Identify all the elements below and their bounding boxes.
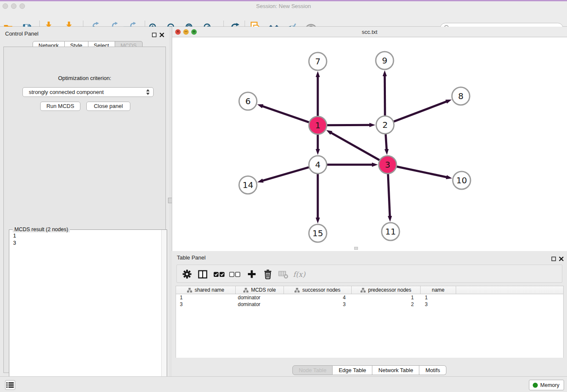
node-table: shared name MCDS role successor nodes pr… <box>176 286 564 358</box>
column-label: shared name <box>195 287 224 293</box>
memory-label: Memory <box>540 382 559 388</box>
control-panel: Control Panel Network Style Select MCDS … <box>0 27 169 376</box>
cell-predecessor-nodes[interactable]: 2 <box>352 301 421 308</box>
column-pane-icon[interactable] <box>198 268 208 280</box>
column-header-predecessor-nodes[interactable]: predecessor nodes <box>352 286 421 294</box>
fx-label: f(x) <box>293 270 305 279</box>
cell-shared-name[interactable]: 1 <box>176 294 236 301</box>
delete-row-trash-icon[interactable] <box>264 268 272 280</box>
graph-node-label-9: 9 <box>382 55 388 66</box>
table-row: 3 dominator 3 2 3 <box>176 301 563 308</box>
table-toolbar: f(x) <box>176 265 562 283</box>
table-panel: Table Panel <box>172 252 567 376</box>
application-window: Session: New Session <box>0 0 567 392</box>
graph-edge-1-2[interactable] <box>327 125 370 125</box>
column-header-mcds-role[interactable]: MCDS role <box>236 286 284 294</box>
mcds-result-values: 1 3 <box>13 232 16 247</box>
cell-successor-nodes[interactable]: 3 <box>284 301 352 308</box>
mcds-result-title: MCDS result (2 nodes) <box>13 226 70 232</box>
canvas-splitter-grip[interactable] <box>354 247 358 250</box>
list-icon <box>6 382 14 388</box>
column-label: MCDS role <box>251 287 276 293</box>
network-view-window: ✕ − + scc.txt 7968124314101511 <box>172 27 567 251</box>
graph-edge-4-14[interactable] <box>262 167 309 181</box>
graph-edge-3-11[interactable] <box>388 174 390 217</box>
table-settings-gear-icon[interactable] <box>182 268 193 280</box>
column-header-name[interactable]: name <box>421 286 456 294</box>
main-titlebar: Session: New Session <box>0 1 567 10</box>
graph-node-label-11: 11 <box>385 226 396 237</box>
column-type-icon <box>243 288 248 293</box>
memory-status-icon <box>533 383 538 388</box>
mcds-result-box: MCDS result (2 nodes) 1 3 <box>9 229 167 389</box>
graph-node-label-7: 7 <box>315 56 321 66</box>
table-panel-tabs: Node Table Edge Table Network Table Moti… <box>172 365 567 375</box>
graph-node-label-4: 4 <box>315 160 321 170</box>
column-header-successor-nodes[interactable]: successor nodes <box>284 286 352 294</box>
status-bar: Memory <box>0 376 567 392</box>
graph-node-label-3: 3 <box>385 160 391 170</box>
tab-node-table[interactable]: Node Table <box>292 365 333 375</box>
tab-motifs[interactable]: Motifs <box>419 365 446 375</box>
cell-mcds-role[interactable]: dominator <box>236 301 284 308</box>
column-label: successor nodes <box>302 287 340 293</box>
graph-node-label-1: 1 <box>315 120 321 130</box>
dropdown-stepper-icon <box>146 89 150 95</box>
graph-edge-2-8[interactable] <box>394 101 447 121</box>
main-toolbar <box>0 10 567 27</box>
optimization-criterion-label: Optimization criterion: <box>4 75 165 81</box>
column-label: name <box>432 287 444 293</box>
network-graph: 7968124314101511 <box>172 37 567 251</box>
column-label: predecessor nodes <box>368 287 411 293</box>
graph-node-label-6: 6 <box>245 96 251 106</box>
column-type-icon <box>361 288 366 293</box>
memory-button[interactable]: Memory <box>529 380 564 390</box>
network-window-titlebar: ✕ − + scc.txt <box>172 27 567 37</box>
node-table-header: shared name MCDS role successor nodes pr… <box>176 286 563 294</box>
graph-node-label-8: 8 <box>458 91 464 101</box>
close-panel-button[interactable]: Close panel <box>86 102 130 111</box>
graph-edge-2-9[interactable] <box>385 75 385 116</box>
task-history-button[interactable] <box>5 380 15 390</box>
table-row: 1 dominator 4 1 1 <box>176 294 563 301</box>
run-mcds-button[interactable]: Run MCDS <box>40 102 80 111</box>
cell-shared-name[interactable]: 3 <box>176 301 236 308</box>
graph-node-label-2: 2 <box>383 120 388 130</box>
criterion-dropdown-value: strongly connected component <box>29 89 146 95</box>
graph-node-label-14: 14 <box>242 180 253 190</box>
graph-edge-1-6[interactable] <box>262 106 309 122</box>
graph-edge-3-1[interactable] <box>330 133 379 160</box>
float-panel-icon[interactable] <box>152 31 157 36</box>
function-builder-icon-disabled: f(x) <box>293 268 305 280</box>
control-panel-title: Control Panel <box>5 30 39 37</box>
graph-node-label-15: 15 <box>312 228 323 238</box>
column-type-icon <box>295 288 300 293</box>
float-table-panel-icon[interactable] <box>551 255 556 260</box>
result-scrollbar-track[interactable] <box>161 230 167 389</box>
select-all-icon[interactable] <box>214 268 225 280</box>
cell-predecessor-nodes[interactable]: 1 <box>352 294 421 301</box>
tab-edge-table[interactable]: Edge Table <box>333 365 372 375</box>
tab-network-table[interactable]: Network Table <box>372 365 419 375</box>
delete-column-icon-disabled <box>278 268 289 280</box>
cell-mcds-role[interactable]: dominator <box>236 294 284 301</box>
column-type-icon <box>187 288 192 293</box>
table-panel-title: Table Panel <box>177 254 206 261</box>
close-table-panel-icon[interactable] <box>559 255 564 260</box>
deselect-all-icon[interactable] <box>229 268 241 280</box>
cell-name[interactable]: 1 <box>421 294 456 301</box>
graph-edge-3-10[interactable] <box>397 167 447 177</box>
graph-node-label-10: 10 <box>456 175 467 185</box>
network-window-title: scc.txt <box>172 29 567 35</box>
criterion-dropdown[interactable]: strongly connected component <box>22 87 154 97</box>
mcds-tab-content: Optimization criterion: strongly connect… <box>3 47 166 373</box>
network-canvas[interactable]: 7968124314101511 <box>172 37 567 251</box>
add-column-icon[interactable] <box>247 268 257 280</box>
window-title: Session: New Session <box>0 3 567 9</box>
cell-name[interactable]: 3 <box>421 301 456 308</box>
close-panel-icon[interactable] <box>160 31 165 36</box>
graph-edge-2-3[interactable] <box>385 134 386 150</box>
column-header-shared-name[interactable]: shared name <box>176 286 236 294</box>
cell-successor-nodes[interactable]: 4 <box>284 294 352 301</box>
